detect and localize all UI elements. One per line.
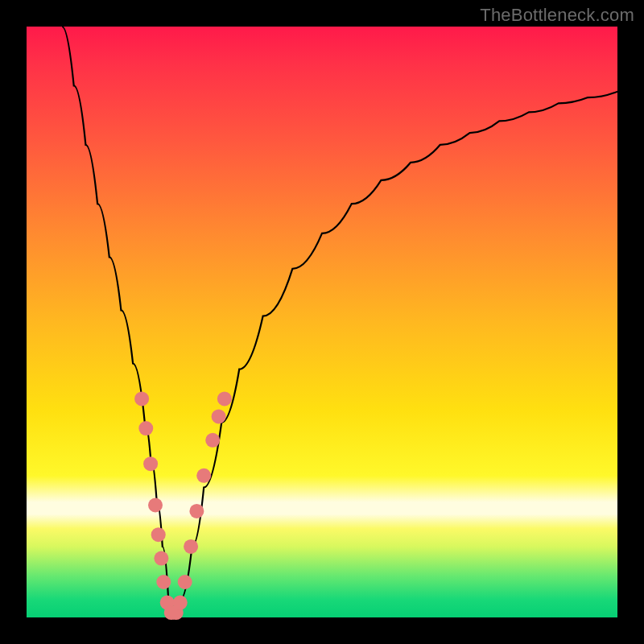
bottleneck-curve <box>62 27 617 617</box>
marker-layer <box>134 391 232 620</box>
curve-marker <box>212 409 226 423</box>
curve-marker <box>138 421 153 436</box>
chart-frame: TheBottleneck.com <box>0 0 644 644</box>
curve-marker <box>154 551 168 566</box>
curve-marker <box>134 391 149 406</box>
curve-marker <box>156 575 171 589</box>
watermark-text: TheBottleneck.com <box>480 5 634 26</box>
curve-marker <box>217 391 232 406</box>
curve-marker <box>151 527 166 542</box>
curve-marker <box>196 469 211 483</box>
curve-layer <box>27 27 617 617</box>
plot-area <box>27 27 617 617</box>
curve-marker <box>184 539 198 554</box>
curve-marker <box>178 575 192 589</box>
curve-marker <box>173 596 188 610</box>
curve-marker <box>189 504 204 518</box>
curve-marker <box>205 433 220 448</box>
curve-marker <box>143 456 158 471</box>
curve-marker <box>148 498 163 513</box>
